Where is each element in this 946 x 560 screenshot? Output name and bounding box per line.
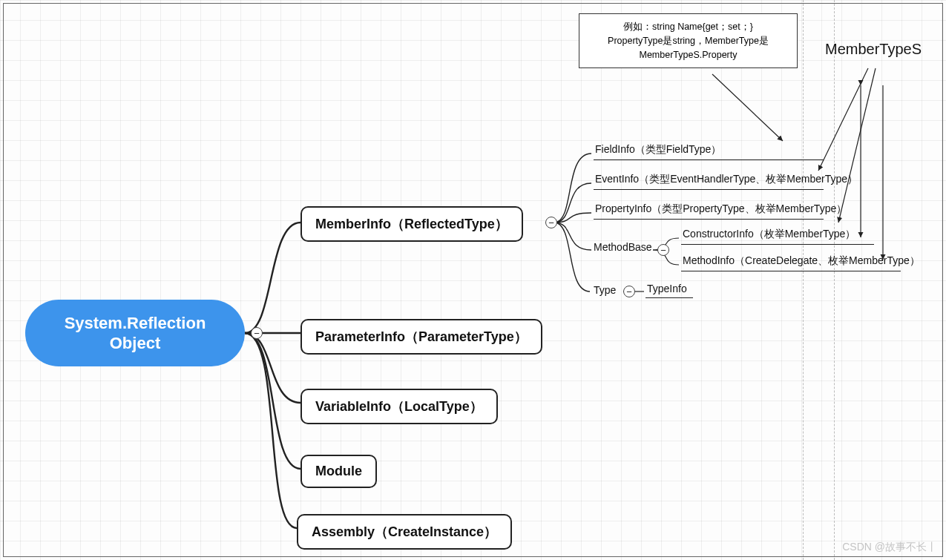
vertical-guide-2 — [834, 0, 835, 560]
node-parameterinfo[interactable]: ParameterInfo（ParameterType） — [300, 319, 542, 355]
root-node[interactable]: System.Reflection Object — [25, 300, 245, 366]
external-label-membertypes: MemberTypeS — [825, 41, 922, 58]
leaf-type-label: Type — [594, 284, 616, 296]
external-label-text: MemberTypeS — [825, 41, 922, 57]
node-assembly[interactable]: Assembly（CreateInstance） — [297, 514, 512, 550]
leaf-constructorinfo[interactable]: ConstructorInfo（枚举MemberType） — [681, 228, 874, 245]
vertical-guide-1 — [803, 0, 804, 560]
node-assembly-label: Assembly（CreateInstance） — [312, 524, 497, 539]
methodbase-collapse-toggle[interactable]: − — [657, 244, 669, 256]
leaf-typeinfo-label: TypeInfo — [647, 283, 687, 294]
leaf-propertyinfo-label: PropertyInfo（类型PropertyType、枚举MemberType… — [595, 202, 847, 214]
root-line2: Object — [65, 333, 206, 354]
callout-box: 例如：string Name{get；set；} PropertyType是st… — [579, 13, 798, 68]
leaf-typeinfo[interactable]: TypeInfo — [646, 283, 693, 298]
leaf-eventinfo[interactable]: EventInfo（类型EventHandlerType、枚举MemberTyp… — [594, 173, 824, 190]
leaf-fieldinfo[interactable]: FieldInfo（类型FieldType） — [594, 143, 824, 160]
node-variableinfo[interactable]: VariableInfo（LocalType） — [300, 389, 498, 424]
node-memberinfo-label: MemberInfo（ReflectedType） — [315, 217, 508, 231]
leaf-propertyinfo[interactable]: PropertyInfo（类型PropertyType、枚举MemberType… — [594, 202, 824, 220]
leaf-methodinfo[interactable]: MethodInfo（CreateDelegate、枚举MemberType） — [681, 254, 901, 271]
root-line1: System.Reflection — [65, 313, 206, 334]
watermark: CSDN @故事不长丨 — [842, 541, 937, 554]
node-memberinfo[interactable]: MemberInfo（ReflectedType） — [300, 206, 523, 242]
leaf-constructorinfo-label: ConstructorInfo（枚举MemberType） — [683, 228, 855, 240]
node-variableinfo-label: VariableInfo（LocalType） — [315, 399, 483, 414]
leaf-methodbase[interactable]: MethodBase — [594, 241, 652, 253]
type-collapse-toggle[interactable]: − — [623, 286, 635, 297]
leaf-eventinfo-label: EventInfo（类型EventHandlerType、枚举MemberTyp… — [595, 173, 858, 185]
node-parameterinfo-label: ParameterInfo（ParameterType） — [315, 329, 528, 344]
leaf-methodinfo-label: MethodInfo（CreateDelegate、枚举MemberType） — [683, 254, 920, 266]
leaf-fieldinfo-label: FieldInfo（类型FieldType） — [595, 143, 721, 155]
root-collapse-toggle[interactable]: − — [251, 327, 263, 339]
callout-line2: PropertyType是string，MemberType是 — [587, 34, 789, 48]
leaf-type[interactable]: Type — [594, 284, 616, 296]
callout-line3: MemberTypeS.Property — [587, 48, 789, 62]
callout-line1: 例如：string Name{get；set；} — [587, 20, 789, 34]
canvas-frame — [3, 3, 943, 557]
watermark-text: CSDN @故事不长丨 — [842, 541, 937, 553]
node-module[interactable]: Module — [300, 455, 377, 488]
node-module-label: Module — [315, 464, 362, 478]
memberinfo-collapse-toggle[interactable]: − — [545, 217, 557, 228]
leaf-methodbase-label: MethodBase — [594, 241, 652, 253]
